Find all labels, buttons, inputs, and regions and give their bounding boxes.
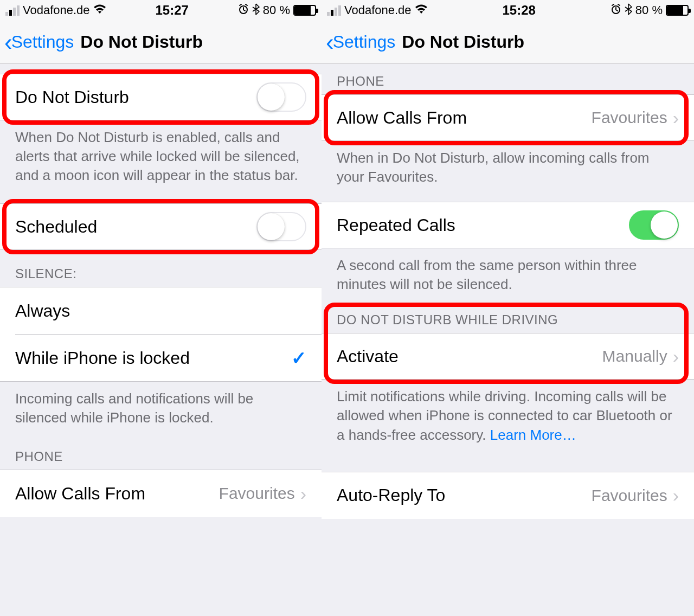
nav-bar: ‹ Settings Do Not Disturb (322, 21, 694, 64)
silence-footer: Incoming calls and notifications will be… (0, 382, 322, 433)
allow-calls-value: Favourites (219, 484, 295, 503)
autoreply-label: Auto-Reply To (337, 485, 445, 505)
carrier-label: Vodafone.de (344, 3, 412, 17)
back-button[interactable]: ‹ Settings (326, 30, 395, 54)
status-bar: Vodafone.de 15:28 80 % (322, 0, 694, 21)
wifi-icon (415, 4, 428, 17)
dnd-toggle[interactable] (256, 82, 306, 112)
scheduled-toggle-row[interactable]: Scheduled (0, 203, 322, 250)
autoreply-value: Favourites (592, 486, 667, 505)
allow-calls-label: Allow Calls From (337, 108, 467, 128)
repeated-calls-label: Repeated Calls (337, 215, 455, 235)
page-title: Do Not Disturb (402, 32, 524, 52)
screen-right: Vodafone.de 15:28 80 % ‹ Settings Do Not… (322, 0, 694, 616)
allow-calls-row[interactable]: Allow Calls From Favourites › (0, 470, 322, 517)
silence-always-label: Always (15, 301, 70, 321)
silence-locked-label: While iPhone is locked (15, 348, 190, 368)
allow-calls-group: Allow Calls From Favourites › (0, 470, 322, 517)
battery-icon (666, 5, 689, 16)
repeated-calls-toggle[interactable] (629, 210, 679, 240)
check-icon: ✓ (291, 347, 306, 369)
phone-header: PHONE (0, 433, 322, 470)
repeated-calls-footer: A second call from the same person withi… (322, 248, 694, 299)
signal-icon (5, 5, 20, 16)
nav-bar: ‹ Settings Do Not Disturb (0, 21, 322, 64)
status-time: 15:27 (156, 3, 189, 18)
chevron-right-icon: › (673, 346, 679, 367)
carrier-label: Vodafone.de (23, 3, 90, 17)
learn-more-link[interactable]: Learn More… (490, 427, 576, 443)
driving-header: DO NOT DISTURB WHILE DRIVING (322, 299, 694, 333)
chevron-right-icon: › (673, 485, 679, 506)
bluetooth-icon (252, 3, 260, 18)
dnd-footer: When Do Not Disturb is enabled, calls an… (0, 120, 322, 190)
wifi-icon (93, 4, 106, 17)
dnd-label: Do Not Disturb (15, 87, 129, 107)
scheduled-label: Scheduled (15, 217, 97, 237)
chevron-right-icon: › (300, 483, 306, 504)
alarm-icon (238, 4, 249, 17)
alarm-icon (611, 4, 621, 17)
battery-icon (293, 5, 316, 16)
allow-calls-label: Allow Calls From (15, 484, 145, 504)
chevron-right-icon: › (673, 107, 679, 129)
silence-group: Always While iPhone is locked ✓ (0, 287, 322, 382)
silence-locked-row[interactable]: While iPhone is locked ✓ (0, 335, 322, 381)
activate-row[interactable]: Activate Manually › (322, 333, 694, 380)
dnd-toggle-row[interactable]: Do Not Disturb (0, 74, 322, 120)
battery-percent: 80 % (635, 3, 663, 17)
bluetooth-icon (625, 3, 632, 18)
scheduled-toggle[interactable] (256, 212, 306, 241)
back-button[interactable]: ‹ Settings (4, 30, 74, 54)
screen-left: Vodafone.de 15:27 80 % ‹ Settings Do Not… (0, 0, 322, 616)
autoreply-group: Auto-Reply To Favourites › (322, 472, 694, 519)
status-time: 15:28 (503, 3, 536, 18)
back-label: Settings (333, 32, 396, 52)
phone-header: PHONE (322, 64, 694, 94)
back-label: Settings (11, 32, 74, 52)
activate-label: Activate (337, 347, 399, 367)
autoreply-row[interactable]: Auto-Reply To Favourites › (322, 472, 694, 519)
repeated-calls-row[interactable]: Repeated Calls (322, 202, 694, 248)
driving-footer: Limit notifications while driving. Incom… (322, 380, 694, 450)
activate-value: Manually (602, 347, 667, 365)
allow-calls-footer: When in Do Not Disturb, allow incoming c… (322, 141, 694, 192)
allow-calls-value: Favourites (592, 108, 667, 127)
silence-always-row[interactable]: Always (0, 287, 322, 334)
allow-calls-row[interactable]: Allow Calls From Favourites › (322, 94, 694, 141)
status-bar: Vodafone.de 15:27 80 % (0, 0, 322, 21)
signal-icon (327, 5, 341, 16)
battery-percent: 80 % (263, 3, 290, 17)
silence-header: SILENCE: (0, 250, 322, 287)
page-title: Do Not Disturb (80, 32, 203, 52)
